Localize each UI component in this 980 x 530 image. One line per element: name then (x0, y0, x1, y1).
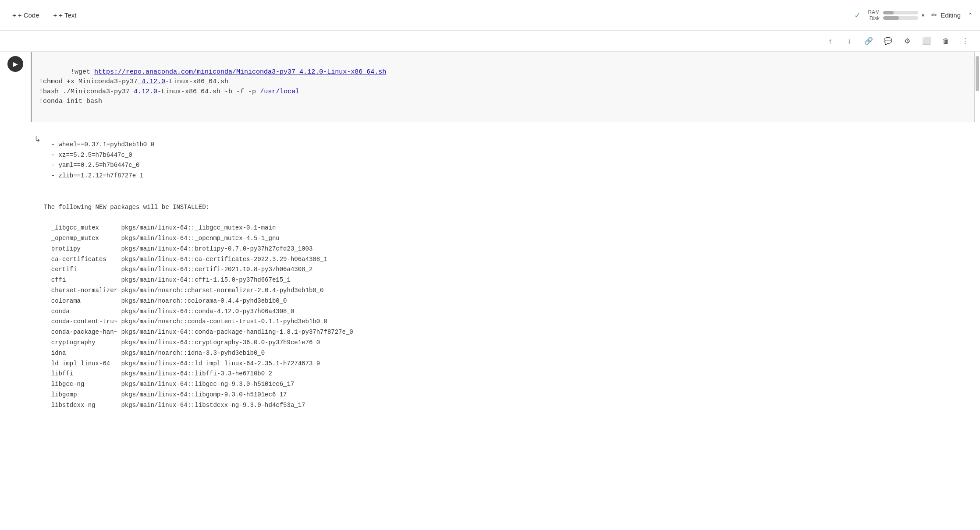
link-icon: 🔗 (864, 37, 873, 45)
cmd-chmod-ver: 4.12.0 (142, 78, 165, 85)
scrollbar-thumb[interactable] (976, 56, 979, 91)
disk-progress-bar (883, 16, 918, 20)
expand-button[interactable]: ⬜ (919, 33, 934, 49)
output-colorama: colorama pkgs/main/noarch::colorama-0.4.… (44, 297, 287, 304)
output-libgcc-ng: libgcc-ng pkgs/main/linux-64::libgcc-ng-… (44, 381, 294, 388)
cmd-bang-2: ! (39, 78, 43, 85)
exit-output-button[interactable]: ↳ (31, 133, 44, 146)
ram-progress-bar (883, 11, 918, 14)
cell-output: - wheel==0.37.1=pyhd3eb1b0_0 - xz==5.2.5… (44, 122, 360, 428)
output-blank-3 (44, 214, 47, 221)
plus-code-icon: + (12, 11, 16, 19)
output-ld-impl: ld_impl_linux-64 pkgs/main/linux-64::ld_… (44, 360, 320, 367)
ram-disk-bars (883, 11, 918, 20)
code-cell-wrapper: ▶ !wget https://repo.anaconda.com/minico… (0, 52, 980, 530)
resource-dropdown-icon[interactable]: ▾ (922, 12, 924, 18)
link-button[interactable]: 🔗 (861, 33, 877, 49)
output-conda: conda pkgs/main/linux-64::conda-4.12.0-p… (44, 308, 294, 315)
output-line-4: - zlib==1.2.12=h7f8727e_1 (44, 172, 143, 179)
comment-icon: 💬 (884, 37, 892, 45)
move-down-button[interactable]: ↓ (842, 33, 857, 49)
output-blank-2 (44, 193, 47, 200)
ram-disk-labels: RAM Disk (868, 9, 880, 21)
output-gutter: ↳ (31, 122, 44, 428)
output-charset: charset-normalizer pkgs/main/noarch::cha… (44, 287, 324, 294)
editing-section: ✏ Editing (931, 11, 961, 19)
toolbar-left: + + Code + + Text (7, 9, 854, 21)
delete-button[interactable]: 🗑 (938, 33, 954, 49)
output-conda-pkg: conda-package-han~ pkgs/main/linux-64::c… (44, 329, 353, 336)
disk-label: Disk (870, 15, 880, 21)
output-idna: idna pkgs/main/noarch::idna-3.3-pyhd3eb1… (44, 350, 265, 357)
comment-button[interactable]: 💬 (880, 33, 896, 49)
output-libgomp: libgomp pkgs/main/linux-64::libgomp-9.3.… (44, 391, 287, 398)
pencil-icon: ✏ (931, 11, 937, 19)
cmd-wget: wget (75, 68, 94, 76)
cmd-bang-4: ! (39, 98, 43, 105)
run-cell-button[interactable]: ▶ (7, 56, 23, 72)
cmd-bash-middle: -Linux-x86_64.sh -b -f -p (157, 88, 260, 95)
cmd-chmod-rest: -Linux-x86_64.sh (165, 78, 228, 85)
up-arrow-icon: ↑ (828, 37, 832, 45)
output-libgcc: _libgcc_mutex pkgs/main/linux-64::_libgc… (44, 224, 276, 231)
output-libffi: libffi pkgs/main/linux-64::libffi-3.3-he… (44, 370, 272, 377)
exit-icon: ↳ (34, 134, 41, 144)
output-wrapper: ↳ - wheel==0.37.1=pyhd3eb1b0_0 - xz==5.2… (31, 122, 975, 428)
trash-icon: 🗑 (942, 37, 949, 45)
editing-label: Editing (941, 11, 961, 19)
cell-gutter: ▶ (0, 52, 31, 72)
ram-progress-fill (883, 11, 894, 14)
move-up-button[interactable]: ↑ (822, 33, 838, 49)
ram-label: RAM (868, 9, 880, 15)
output-installed-header: The following NEW packages will be INSTA… (44, 204, 209, 211)
output-conda-content: conda-content-tru~ pkgs/main/noarch::con… (44, 318, 327, 325)
check-icon: ✓ (854, 11, 861, 20)
output-libstdcxx: libstdcxx-ng pkgs/main/linux-64::libstdc… (44, 402, 305, 409)
more-options-button[interactable]: ⋮ (957, 33, 973, 49)
cell-toolbar: ↑ ↓ 🔗 💬 ⚙ ⬜ 🗑 ⋮ (0, 31, 980, 52)
top-toolbar: + + Code + + Text ✓ RAM Disk ▾ (0, 0, 980, 31)
down-arrow-icon: ↓ (848, 37, 851, 45)
output-line-1: - wheel==0.37.1=pyhd3eb1b0_0 (44, 141, 154, 148)
more-icon: ⋮ (962, 37, 969, 45)
toolbar-right: ✓ RAM Disk ▾ ✏ Editing ⌃ (854, 9, 973, 21)
add-text-button[interactable]: + + Text (48, 9, 82, 21)
code-cell-input[interactable]: !wget https://repo.anaconda.com/minicond… (31, 52, 975, 122)
cmd-conda-init: conda init bash (43, 98, 102, 105)
output-openmp: _openmp_mutex pkgs/main/linux-64::_openm… (44, 235, 280, 242)
main-content: ▶ !wget https://repo.anaconda.com/minico… (0, 52, 980, 530)
output-crypto: cryptography pkgs/main/linux-64::cryptog… (44, 339, 320, 346)
cmd-bang-3: ! (39, 88, 43, 95)
output-certifi: certifi pkgs/main/linux-64::certifi-2021… (44, 266, 312, 273)
settings-button[interactable]: ⚙ (899, 33, 915, 49)
output-brotlipy: brotlipy pkgs/main/linux-64::brotlipy-0.… (44, 245, 312, 252)
cmd-bash: bash ./Miniconda3-py37_ (43, 88, 134, 95)
cmd-bash-path: /usr/local (260, 88, 299, 95)
output-line-3: - yaml==0.2.5=h7b6447c_0 (44, 162, 139, 169)
ram-disk-section: RAM Disk ▾ (868, 9, 924, 21)
disk-progress-fill (883, 16, 899, 20)
chevron-up-icon[interactable]: ⌃ (968, 12, 973, 19)
cmd-bash-ver: 4.12.0 (134, 88, 157, 95)
expand-icon: ⬜ (922, 37, 931, 45)
gear-icon: ⚙ (904, 37, 910, 45)
output-cffi: cffi pkgs/main/linux-64::cffi-1.15.0-py3… (44, 276, 291, 283)
add-text-label: + Text (59, 11, 76, 19)
play-icon: ▶ (13, 60, 18, 67)
cmd-chmod: chmod +x Miniconda3-py37_ (43, 78, 142, 85)
add-code-label: + Code (18, 11, 39, 19)
output-ca-certs: ca-certificates pkgs/main/linux-64::ca-c… (44, 256, 327, 263)
cell-content-area: !wget https://repo.anaconda.com/minicond… (31, 52, 975, 428)
output-blank-1 (44, 183, 47, 190)
add-code-button[interactable]: + + Code (7, 9, 45, 21)
cmd-url: https://repo.anaconda.com/miniconda/Mini… (94, 68, 386, 76)
cmd-bang-1: ! (71, 68, 75, 76)
output-line-2: - xz==5.2.5=h7b6447c_0 (44, 152, 132, 159)
plus-text-icon: + (53, 11, 57, 19)
